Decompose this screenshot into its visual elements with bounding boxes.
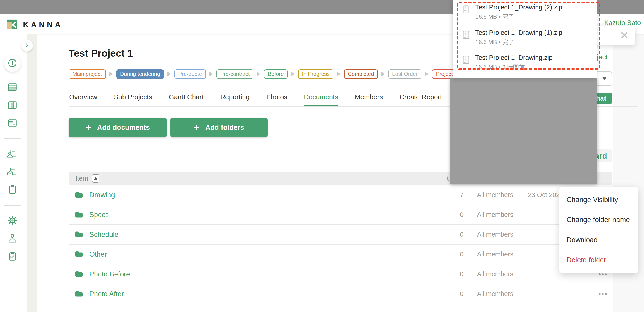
item-count: 7 (451, 191, 464, 199)
clipboard-icon[interactable] (7, 184, 18, 195)
add-new-button[interactable] (4, 55, 21, 72)
folder-icon (75, 192, 82, 199)
kanna-logo[interactable]: KANNA (7, 19, 63, 30)
folder-icon (75, 251, 82, 258)
folder-icon (75, 211, 82, 219)
sidebar-strip (27, 34, 37, 312)
item-count: 0 (451, 211, 464, 218)
folder-icon (75, 270, 82, 278)
tab-documents[interactable]: Documents (304, 92, 339, 106)
folder-name-link[interactable]: Drawing (89, 191, 115, 199)
download-item-name[interactable]: Test Project 1_Drawing (2).zip (475, 4, 562, 11)
menu-item-delete-folder[interactable]: Delete folder (566, 256, 631, 264)
visibility-cell: All members (477, 231, 513, 238)
download-item-meta: 16.6 MB • 3 時間前 (475, 63, 552, 71)
row-menu-ellipsis-button[interactable] (599, 293, 607, 295)
download-item-name[interactable]: Test Project 1_Drawing.zip (475, 54, 552, 62)
table-row[interactable]: Drawing 7 All members 23 Oct 202 (69, 185, 612, 205)
plus-icon: + (194, 122, 200, 132)
table-row[interactable]: Photo Before 0 All members (69, 264, 612, 284)
documents-table: Drawing 7 All members 23 Oct 202 Specs 0… (69, 185, 612, 304)
download-item[interactable]: Test Project 1_Drawing (2).zip 16.6 MB •… (475, 4, 562, 21)
tab-gantt-chart[interactable]: Gantt Chart (168, 92, 204, 106)
table-row[interactable]: Schedule 0 All members (69, 225, 612, 244)
folder-name-link[interactable]: Photo After (89, 290, 124, 298)
download-item-meta: 16.6 MB • 完了 (475, 38, 562, 46)
status-arrow-icon (210, 72, 213, 76)
sidebar-divider (4, 272, 21, 272)
folder-name-link[interactable]: Specs (89, 211, 109, 219)
tab-photos[interactable]: Photos (266, 92, 288, 106)
row-menu-ellipsis-button[interactable] (599, 273, 607, 275)
menu-item-change-folder-name[interactable]: Change folder name (566, 216, 631, 224)
items-column-header: It (445, 175, 449, 182)
sidebar-expand-button[interactable] (21, 40, 33, 52)
status-badge-during-tendering: During tendering (116, 69, 164, 79)
tab-create-report[interactable]: Create Report (399, 92, 442, 106)
folder-name-link[interactable]: Photo Before (89, 270, 130, 278)
plus-icon: + (86, 122, 91, 132)
status-badge-pre-contract: Pre-contract (216, 69, 254, 79)
table-row[interactable]: Photo After 0 All members (69, 284, 612, 304)
plus-circle-icon (7, 58, 18, 69)
item-count: 0 (451, 250, 464, 258)
add-folders-button[interactable]: + Add folders (170, 118, 268, 137)
visibility-cell: All members (477, 191, 513, 199)
menu-item-change-visibility[interactable]: Change Visibility (566, 196, 631, 204)
folder-name-link[interactable]: Other (89, 250, 107, 258)
table-row[interactable]: Specs 0 All members (69, 205, 612, 225)
sort-ascending-button[interactable] (92, 174, 99, 183)
item-count: 0 (451, 231, 464, 238)
list-view-icon[interactable] (7, 82, 18, 93)
item-column-header: Item (76, 175, 88, 182)
add-documents-button[interactable]: + Add documents (69, 118, 167, 137)
status-arrow-icon (425, 72, 428, 76)
updated-cell: 23 Oct 202 (528, 191, 560, 199)
tab-overview[interactable]: Overview (69, 92, 98, 106)
board-columns-icon[interactable] (7, 100, 18, 111)
user-name-link[interactable]: Kazuto Sato (604, 19, 641, 26)
page-title: Test Project 1 (69, 48, 133, 59)
download-item[interactable]: Test Project 1_Drawing.zip 16.6 MB • 3 時… (475, 54, 552, 71)
close-button[interactable] (621, 32, 628, 40)
folder-icon (75, 231, 82, 239)
status-badge-before: Before (264, 69, 288, 79)
status-badge-completed: Completed (344, 69, 378, 79)
tab-reporting[interactable]: Reporting (220, 92, 250, 106)
project-status-pipeline: Main project During tendering Pre-quote … (69, 69, 481, 79)
settings-gear-icon[interactable] (7, 215, 18, 226)
status-arrow-icon (382, 72, 385, 76)
status-badge-pre-quote: Pre-quote (174, 69, 206, 79)
table-row[interactable]: Other 0 All members (69, 244, 612, 264)
zip-file-icon (463, 6, 469, 14)
logo-text: KANNA (23, 20, 63, 29)
status-arrow-icon (291, 72, 294, 76)
folder-icon (75, 290, 82, 298)
logo-mark-icon (7, 19, 17, 30)
card-view-icon[interactable] (7, 118, 18, 128)
sidebar-divider (4, 138, 21, 138)
folder-context-menu: Change Visibility Change folder name Dow… (560, 187, 638, 273)
visibility-cell: All members (477, 270, 513, 278)
chevron-down-icon (602, 77, 607, 80)
partner-company-icon[interactable] (7, 166, 18, 177)
tab-sub-projects[interactable]: Sub Projects (114, 92, 152, 106)
project-link-fragment[interactable]: ject (597, 53, 608, 61)
modal-backdrop-overlay (450, 78, 598, 184)
triangle-up-icon (94, 177, 98, 180)
folder-name-link[interactable]: Schedule (89, 230, 118, 239)
status-arrow-icon (168, 72, 171, 76)
visibility-cell: All members (477, 290, 513, 298)
status-badge-lost-order: Lost Order (388, 69, 422, 79)
customer-document-icon[interactable] (7, 148, 18, 159)
tasks-clipboard-check-icon[interactable] (7, 251, 18, 262)
download-item-meta: 16.6 MB • 完了 (475, 13, 562, 21)
item-count: 0 (451, 270, 464, 278)
status-badge-main-project: Main project (69, 69, 106, 79)
download-item[interactable]: Test Project 1_Drawing (1).zip 16.6 MB •… (475, 29, 562, 46)
menu-item-download[interactable]: Download (566, 236, 631, 244)
profile-person-icon[interactable] (7, 233, 18, 244)
item-count: 0 (451, 290, 464, 298)
download-item-name[interactable]: Test Project 1_Drawing (1).zip (475, 29, 562, 36)
tab-members[interactable]: Members (354, 92, 383, 106)
